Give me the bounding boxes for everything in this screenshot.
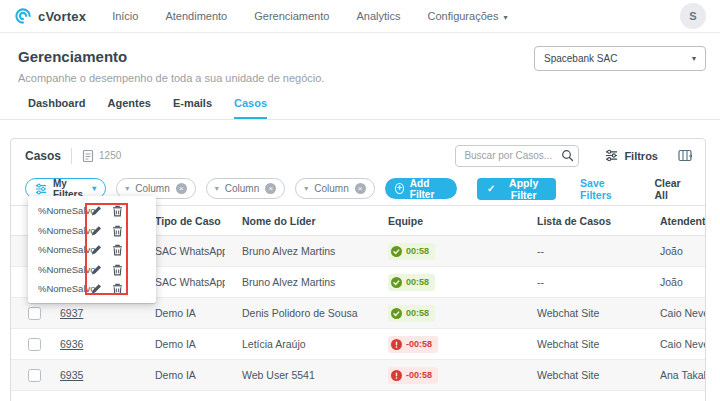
saved-filter-label: %NomeSalvo <box>38 244 96 255</box>
filters-label: Filtros <box>624 150 658 162</box>
row-checkbox[interactable] <box>28 338 41 351</box>
delete-trash-icon[interactable] <box>112 283 123 295</box>
brand-logo[interactable]: cVortex <box>14 7 86 25</box>
team-sla-badge: 00:58 <box>388 305 435 322</box>
team-sla-badge: -00:58 <box>388 336 438 353</box>
filters-toggle[interactable]: Filtros <box>605 149 658 162</box>
delete-trash-icon[interactable] <box>112 264 123 276</box>
leader-name: Bruno Alvez Martins <box>225 276 371 288</box>
case-type: Demo IA <box>138 307 225 319</box>
case-number-link[interactable]: 6936 <box>60 338 83 350</box>
close-icon[interactable]: × <box>355 183 366 194</box>
case-number-link[interactable]: 6935 <box>60 369 83 381</box>
search-icon[interactable] <box>561 149 574 162</box>
case-number-link[interactable]: 6937 <box>60 307 83 319</box>
leader-name: Web User 5541 <box>225 369 371 381</box>
filter-sliders-icon <box>35 183 47 195</box>
saved-filter-item[interactable]: %NomeSalvo <box>28 240 156 260</box>
close-icon[interactable]: × <box>265 183 276 194</box>
saved-filter-item[interactable]: %NomeSalvo <box>28 221 156 241</box>
team-sla-badge: -00:58 <box>388 367 438 384</box>
agent-name: Ana Takaha <box>643 369 705 381</box>
document-icon <box>82 149 94 163</box>
tab-emails[interactable]: E-mails <box>173 97 212 119</box>
saved-filter-item[interactable]: %NomeSalvo <box>28 260 156 280</box>
saved-filter-item[interactable]: %NomeSalvo <box>28 201 156 221</box>
columns-config-icon[interactable] <box>678 149 693 162</box>
chevron-down-icon: ▾ <box>125 184 129 193</box>
chevron-down-icon: ▾ <box>92 184 96 193</box>
col-header-equipe[interactable]: Equipe <box>371 215 520 227</box>
cvortex-spiral-icon <box>14 7 32 25</box>
business-unit-value: Spacebank SAC <box>544 53 617 64</box>
my-filters-dropdown: %NomeSalvo %NomeSalvo %NomeSalvo %NomeSa… <box>28 196 156 303</box>
cases-count: 1250 <box>99 150 121 161</box>
panel-title: Casos <box>25 149 61 163</box>
page-header: Gerenciamento Acompanhe o desempenho de … <box>0 33 720 84</box>
case-list: Webchat Site <box>520 338 643 350</box>
tab-casos[interactable]: Casos <box>234 97 267 119</box>
delete-trash-icon[interactable] <box>112 244 123 256</box>
team-sla-badge: 00:58 <box>388 274 435 291</box>
chevron-down-icon: ▾ <box>304 184 308 193</box>
brand-name: cVortex <box>38 9 86 24</box>
edit-pencil-icon[interactable] <box>91 283 102 294</box>
cases-panel-header: Casos 1250 <box>11 139 705 172</box>
case-type: Demo IA <box>138 369 225 381</box>
column-chip-label: Column <box>135 183 169 194</box>
business-unit-select[interactable]: Spacebank SAC ▾ <box>534 46 706 71</box>
leader-name: Bruno Alvez Martins <box>225 245 371 257</box>
nav-item-configuracoes[interactable]: Configurações▾ <box>427 10 507 22</box>
edit-pencil-icon[interactable] <box>91 205 102 216</box>
page-subtitle: Acompanhe o desempenho de toda a sua uni… <box>18 72 706 84</box>
column-chip-label: Column <box>225 183 259 194</box>
delete-trash-icon[interactable] <box>112 205 123 217</box>
column-chip-label: Column <box>314 183 348 194</box>
row-checkbox[interactable] <box>28 307 41 320</box>
nav-item-inicio[interactable]: Início <box>112 10 138 22</box>
col-header-atendente[interactable]: Atendente <box>643 215 705 227</box>
save-filters-link[interactable]: Save Filters <box>580 177 628 201</box>
table-row: 6937 Demo IA Denis Polidoro de Sousa 00:… <box>11 298 705 329</box>
add-filter-label: Add Filter <box>410 178 447 200</box>
check-icon: ✓ <box>487 183 495 194</box>
leader-name: Letícia Araújo <box>225 338 371 350</box>
case-list: Webchat Site <box>520 369 643 381</box>
edit-pencil-icon[interactable] <box>91 264 102 275</box>
leader-name: Denis Polidoro de Sousa <box>225 307 371 319</box>
tab-agentes[interactable]: Agentes <box>107 97 150 119</box>
saved-filter-label: %NomeSalvo <box>38 225 96 236</box>
section-tabs: Dashboard Agentes E-mails Casos <box>0 97 720 120</box>
table-row: 6935 Demo IA Web User 5541 -00:58 Webcha… <box>11 360 705 391</box>
agent-name: João <box>643 276 705 288</box>
delete-trash-icon[interactable] <box>112 225 123 237</box>
case-type: Demo IA <box>138 338 225 350</box>
saved-filter-label: %NomeSalvo <box>38 283 96 294</box>
chevron-down-icon: ▾ <box>692 54 696 63</box>
plus-icon: + <box>395 183 404 194</box>
edit-pencil-icon[interactable] <box>91 225 102 236</box>
agent-name: Caio Neves <box>643 307 705 319</box>
close-icon[interactable]: × <box>176 183 187 194</box>
case-list: Webchat Site <box>520 307 643 319</box>
filter-sliders-icon <box>605 149 618 162</box>
nav-item-atendimento[interactable]: Atendimento <box>165 10 227 22</box>
column-filter-chip[interactable]: ▾ Column × <box>206 178 285 199</box>
edit-pencil-icon[interactable] <box>91 244 102 255</box>
chevron-down-icon: ▾ <box>503 13 507 22</box>
row-checkbox[interactable] <box>28 369 41 382</box>
nav-item-gerenciamento[interactable]: Gerenciamento <box>254 10 329 22</box>
team-sla-badge: 00:58 <box>388 243 435 260</box>
saved-filter-item[interactable]: %NomeSalvo <box>28 279 156 299</box>
apply-filter-button[interactable]: ✓ Apply Filter <box>477 178 556 200</box>
saved-filter-label: %NomeSalvo <box>38 205 96 216</box>
tab-dashboard[interactable]: Dashboard <box>28 97 85 119</box>
nav-item-analytics[interactable]: Analytics <box>356 10 400 22</box>
column-filter-chip[interactable]: ▾ Column × <box>295 178 374 199</box>
user-avatar[interactable]: S <box>680 3 706 29</box>
add-filter-button[interactable]: + Add Filter <box>385 178 457 199</box>
clear-all-link[interactable]: Clear All <box>654 177 689 201</box>
col-header-lista-de-casos[interactable]: Lista de Casos <box>520 215 643 227</box>
case-list: -- <box>520 245 643 257</box>
col-header-nome-do-lider[interactable]: Nome do Líder <box>225 215 371 227</box>
